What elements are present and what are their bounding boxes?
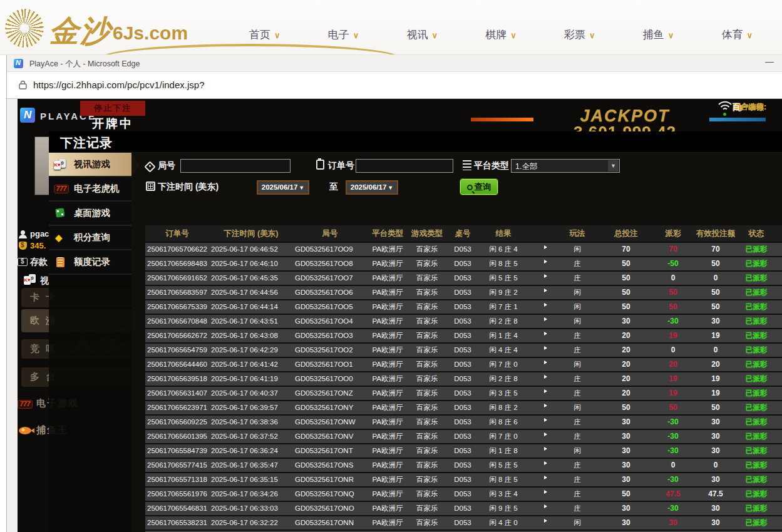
round-number: GD05325617ONW (293, 416, 367, 429)
payout: 20 (651, 358, 695, 371)
sidebar-item-table-games[interactable]: 桌面游戏 (49, 202, 131, 226)
slot-777-icon: 777 (54, 183, 69, 195)
nav-item-cards[interactable]: 棋牌∨ (461, 28, 540, 42)
table-row: 2506170655382312025-06-17 06:32:22GD0532… (145, 516, 782, 529)
order-number: 250617065670848 (145, 315, 209, 328)
order-number: 250617065561976 (145, 488, 209, 501)
platform: PA欧洲厅 (367, 272, 408, 285)
status-badge: 已派彩 (736, 344, 776, 357)
payout-time (776, 344, 782, 357)
order-input[interactable] (356, 159, 453, 173)
play-side: 庄 (553, 344, 601, 357)
order-number: 250617065538231 (145, 516, 209, 529)
valid-bet: 50 (695, 257, 736, 270)
round-number: GD05325617ONY (293, 401, 367, 414)
column-header: 有效投注额 (695, 225, 736, 242)
total-bet: 20 (601, 358, 651, 371)
cards-icon: 9K♥ (54, 159, 69, 170)
result: 闲 1 庄 4 (480, 329, 527, 342)
deposit-button[interactable]: 存款 (30, 257, 48, 268)
status-badge: 已派彩 (736, 516, 776, 529)
modal-sidebar: 9K♥ 视讯游戏 777 电子老虎机 桌面游戏 积分查询 额度记录 (49, 153, 131, 275)
status-badge: 已派彩 (736, 488, 776, 501)
order-number: 250617065584739 (145, 444, 209, 458)
valid-bet: 30 (695, 444, 736, 458)
wifi-icon (718, 100, 733, 111)
round-number: GD05325617ONT (293, 444, 367, 458)
table-row: 2506170656984832025-06-17 06:46:10GD0532… (145, 257, 782, 270)
valid-bet: 50 (695, 300, 736, 314)
result-play (527, 286, 553, 299)
nav-item-live[interactable]: 视讯∨ (383, 28, 461, 42)
result-play (527, 516, 553, 529)
order-number: 250617065706622 (145, 243, 209, 256)
nav-item-lottery[interactable]: 彩票∨ (540, 28, 619, 42)
bet-time: 2025-06-17 06:34:26 (209, 488, 293, 501)
table-number: D053 (446, 257, 480, 270)
clipboard-icon (316, 160, 324, 170)
slot-777-icon: 777 (18, 400, 33, 409)
result: 闲 8 庄 6 (480, 416, 527, 429)
sidebar-item-credit-log[interactable]: 额度记录 (49, 250, 131, 275)
date-to-button[interactable]: 2025/06/17▼ (346, 180, 398, 195)
payout-time (776, 315, 782, 328)
nav-item-sports[interactable]: 体育∨ (697, 28, 776, 42)
platform-filter-label: 平台类型 (474, 160, 509, 171)
round-number: GD05325617OO5 (293, 300, 367, 314)
column-header: 结果 (480, 225, 527, 242)
window-titlebar[interactable]: PlayAce - 个人 - Microsoft Edge — (7, 55, 782, 72)
nav-item-home[interactable]: 首页∨ (225, 28, 304, 42)
payout-time (776, 286, 782, 299)
status-badge: 已派彩 (736, 358, 776, 371)
status-badge: 已派彩 (736, 329, 776, 342)
window-title: PlayAce - 个人 - Microsoft Edge (29, 59, 140, 69)
playace-favicon-icon (14, 59, 23, 68)
nav-item-fishing[interactable]: 捕鱼∨ (619, 28, 698, 42)
payout-time (776, 401, 782, 414)
order-number: 250617065571318 (145, 473, 209, 486)
sidebar-item-points[interactable]: 积分查询 (49, 226, 131, 250)
to-label: 至 (329, 182, 338, 193)
total-bet: 30 (601, 459, 651, 472)
result-play (527, 430, 553, 443)
valid-bet: 50 (695, 286, 736, 299)
minimize-button[interactable]: — (762, 56, 777, 70)
round-number: GD05325617OO8 (293, 257, 367, 270)
valid-bet: 47.5 (695, 488, 736, 501)
video-games-label: 视 (40, 275, 49, 287)
result: 闲 3 庄 5 (480, 387, 527, 400)
search-button[interactable]: 查询 (460, 179, 498, 195)
platform: PA欧洲厅 (367, 286, 408, 299)
table-row: 2506170656835972025-06-17 06:44:56GD0532… (145, 286, 782, 299)
play-side: 闲 (553, 243, 601, 256)
game-type: 百家乐 (408, 459, 446, 472)
table-number: D053 (446, 459, 480, 472)
nav-item-slots[interactable]: 电子∨ (304, 28, 383, 42)
chevron-down-icon: ▼ (388, 185, 393, 191)
url-bar[interactable]: https://gci.2hhapi.com/pc/pcv1/index.jsp… (7, 72, 782, 99)
payout: -30 (651, 315, 695, 328)
site-logo-domain: 6Js.com (113, 23, 188, 44)
result: 闲 3 庄 4 (480, 488, 527, 501)
bet-time: 2025-06-17 06:46:10 (209, 257, 293, 270)
platform: PA欧洲厅 (367, 473, 408, 486)
sidebar-item-slots[interactable]: 777 电子老虎机 (49, 177, 131, 202)
round-number: GD05325617ONV (293, 430, 367, 443)
game-type: 百家乐 (408, 416, 446, 429)
table-number: D053 (446, 358, 480, 371)
table-number: D053 (446, 300, 480, 314)
play-side: 闲 (553, 300, 601, 314)
table-row: 2506170655619762025-06-17 06:34:26GD0532… (145, 488, 782, 501)
date-from-button[interactable]: 2025/06/17▼ (257, 180, 309, 195)
payout: 50 (651, 401, 695, 414)
result: 闲 6 庄 4 (480, 243, 527, 256)
round-input[interactable] (180, 159, 291, 173)
result-play (527, 401, 553, 414)
sidebar-item-video-games[interactable]: 9K♥ 视讯游戏 (49, 153, 131, 177)
platform-select[interactable]: 1.全部 ▼ (511, 159, 620, 173)
order-number: 250617065609225 (145, 416, 209, 429)
play-side: 闲 (553, 358, 601, 371)
table-row: 2506170656753392025-06-17 06:44:14GD0532… (145, 300, 782, 314)
play-side: 闲 (553, 286, 601, 299)
table-row: 2506170656013952025-06-17 06:37:52GD0532… (145, 430, 782, 443)
